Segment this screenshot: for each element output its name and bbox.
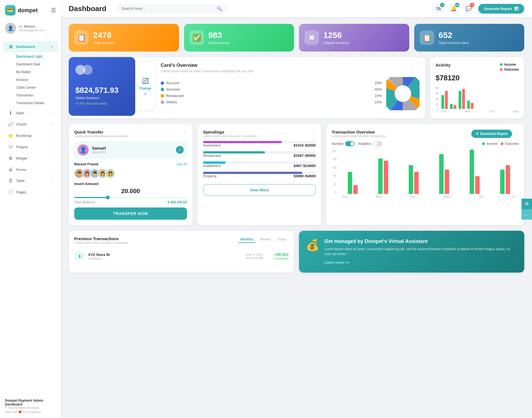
sidebar-item-forms[interactable]: 🖨 Forms › bbox=[3, 164, 58, 175]
subnav-dashboard-light[interactable]: Dashboard Light bbox=[13, 53, 61, 60]
theme-float-button[interactable]: 💧 bbox=[521, 209, 532, 220]
subnav-invoices[interactable]: Invoices bbox=[13, 76, 61, 84]
wallet-icon-btn[interactable]: 🛍 2 bbox=[433, 3, 444, 14]
activity-section: Activity Income Outcome $78120 bbox=[430, 57, 524, 119]
chevron-right-icon: › bbox=[52, 168, 53, 171]
sidebar-item-pages[interactable]: 📄 Pages › bbox=[3, 187, 58, 198]
restaurant-label: Restaurant bbox=[203, 153, 221, 158]
prev-tx-desc: Lorem ipsum dolor sit amet, consectetur bbox=[74, 241, 129, 244]
tab-weekly[interactable]: Weekly bbox=[258, 236, 273, 243]
subnav-cards-center[interactable]: Cards Center bbox=[13, 84, 61, 91]
investment-label: Investment bbox=[203, 143, 221, 147]
wallet-balance: $824,571.93 bbox=[75, 86, 129, 95]
va-learn-more-link[interactable]: Learn more >> bbox=[324, 260, 349, 265]
header: Dashboard 🔍 🛍 2 🔔 12 💬 5 Generate Report… bbox=[61, 0, 532, 17]
restaurant-bar bbox=[203, 151, 265, 153]
tab-today[interactable]: Today bbox=[275, 236, 288, 243]
chevron-right-icon: › bbox=[52, 145, 53, 149]
balance-row: Your Balance $ 456,345.62 bbox=[74, 200, 187, 204]
to-outcome-label: Outcome bbox=[505, 142, 519, 146]
virtual-assistant-card: 💰 Get managed by Dompet's Virtual Assist… bbox=[299, 231, 524, 273]
property-label: Property bbox=[203, 174, 217, 178]
table-row: ⬇ XYZ Store ID Cashback June 4, 2020 05:… bbox=[74, 248, 288, 265]
tx-name: XYZ Store ID bbox=[88, 253, 242, 257]
pie-chart bbox=[386, 77, 420, 110]
sidebar-item-table[interactable]: ☰ Table › bbox=[3, 175, 58, 186]
table-icon: ☰ bbox=[8, 178, 13, 183]
to-more-icon[interactable]: ⋮ bbox=[514, 131, 519, 137]
paid-invoices-number: 983 bbox=[208, 30, 230, 40]
sidebar-item-apps[interactable]: ℹ Apps › bbox=[3, 107, 58, 118]
message-icon-btn[interactable]: 💬 5 bbox=[463, 3, 474, 14]
subnav-dashboard-dark[interactable]: Dashboard Dark bbox=[13, 60, 61, 68]
sp-title-group: Spendings Lorem ipsum dolor sit amet, co… bbox=[203, 130, 257, 138]
account-pct: 20% bbox=[375, 81, 382, 85]
sp-title: Spendings bbox=[203, 130, 257, 134]
analytics-toggle-label: Analytics bbox=[358, 142, 371, 146]
qt-user-avatar: 👤 bbox=[78, 144, 89, 155]
right-float-panel: ⚙ 💧 bbox=[521, 199, 532, 220]
chart-icon: 📊 bbox=[514, 7, 519, 11]
qt-desc: Lorem ipsum dolor sit amet, consectetur bbox=[74, 134, 129, 138]
chevron-right-icon: › bbox=[52, 157, 53, 160]
sidebar-item-plugins[interactable]: 🤍 Plugins › bbox=[3, 142, 58, 152]
transfer-now-button[interactable]: TRANSFER NOW bbox=[74, 207, 187, 220]
activity-yaxis: 80 60 40 20 0 bbox=[436, 87, 440, 112]
tab-monthly[interactable]: Monthly bbox=[238, 236, 255, 243]
friend-avatar-5[interactable]: 👩 bbox=[105, 168, 115, 178]
subnav-my-wallet[interactable]: My Wallet bbox=[13, 68, 61, 76]
sent-invoices-label: Total Invoices Sent bbox=[439, 41, 469, 45]
paid-invoices-icon: ✅ bbox=[190, 30, 204, 45]
to-chart-container: 100 80 60 40 20 0 bbox=[332, 150, 519, 198]
subnav-transaction[interactable]: Transaction bbox=[13, 91, 61, 99]
tx-sub: Cashback bbox=[88, 257, 242, 260]
sp-desc: Lorem ipsum dolor sit amet, consectetur bbox=[203, 134, 257, 138]
stat-card-paid-invoices: ✅ 983 Paid Invoices bbox=[184, 24, 294, 52]
search-input[interactable] bbox=[121, 6, 214, 11]
bar-wed-outcome bbox=[471, 103, 474, 109]
to-bar-group-fri bbox=[492, 165, 519, 194]
to-income-label: Income bbox=[487, 142, 497, 146]
view-more-button[interactable]: View More bbox=[203, 184, 316, 196]
to-bar-group-sun bbox=[339, 172, 366, 194]
sidebar-item-widget[interactable]: ⚙ Widget › bbox=[3, 153, 58, 164]
bootstrap-icon: ⭐ bbox=[8, 133, 13, 138]
number-toggle-switch[interactable] bbox=[345, 141, 355, 146]
qt-friends-section: Recent Friend See All 👦 👩 👦 👩 👩 bbox=[74, 162, 187, 178]
subnav-transaction-details[interactable]: Transaction Details bbox=[13, 99, 61, 107]
refresh-icon: 🔄 bbox=[142, 78, 149, 84]
generate-report-button[interactable]: Generate Report 📊 bbox=[478, 4, 524, 14]
to-bar-tue-outcome bbox=[414, 172, 419, 194]
see-all-link[interactable]: See All bbox=[177, 162, 187, 166]
bell-icon-btn[interactable]: 🔔 12 bbox=[448, 3, 459, 14]
to-bar-fri-income bbox=[500, 170, 505, 194]
bar-sun-income bbox=[441, 95, 444, 109]
tx-date-group: June 4, 2020 05:34:45 AM bbox=[245, 253, 263, 260]
sidebar-item-label: Pages bbox=[16, 190, 26, 194]
qt-user-info: Samuel @sam224 bbox=[92, 146, 173, 154]
sidebar-item-bootstrap[interactable]: ⭐ Bootstrap › bbox=[3, 130, 58, 141]
more-options-icon[interactable]: ⋮ bbox=[183, 130, 187, 135]
footer-copy: © 2021 All Rights Reserved bbox=[5, 406, 56, 409]
outcome-dot bbox=[500, 68, 503, 71]
analytics-toggle-switch[interactable] bbox=[373, 141, 382, 146]
bar-group-mon bbox=[450, 104, 456, 109]
amount-slider[interactable] bbox=[74, 197, 187, 198]
to-bar-sun-outcome bbox=[353, 185, 358, 194]
sidebar-item-label: Forms bbox=[16, 168, 26, 172]
spendings-more-icon[interactable]: ⋮ bbox=[311, 130, 316, 135]
change-button[interactable]: 🔄 Change ▼ bbox=[135, 63, 155, 110]
download-report-button[interactable]: ⬇ Download Report bbox=[471, 130, 512, 138]
to-title-group: Transaction Overview Lorem ipsum dolor s… bbox=[332, 130, 386, 138]
hamburger-icon[interactable]: ☰ bbox=[51, 7, 56, 14]
sidebar-item-charts[interactable]: 📈 Charts › bbox=[3, 119, 58, 130]
chevron-right-icon: › bbox=[52, 111, 53, 115]
to-bars bbox=[339, 150, 519, 194]
cards-overview: Card's Overview Lorem ipsum dolor sit am… bbox=[155, 57, 425, 116]
bar-tue-income bbox=[459, 91, 461, 109]
qt-user-handle: @sam224 bbox=[92, 150, 173, 154]
settings-float-button[interactable]: ⚙ bbox=[521, 199, 532, 209]
outcome-label: Outcome bbox=[504, 68, 519, 71]
sidebar-item-dashboard[interactable]: ⊞ Dashboard ▼ bbox=[3, 41, 58, 52]
sent-invoices-icon: 📋 bbox=[420, 30, 434, 45]
